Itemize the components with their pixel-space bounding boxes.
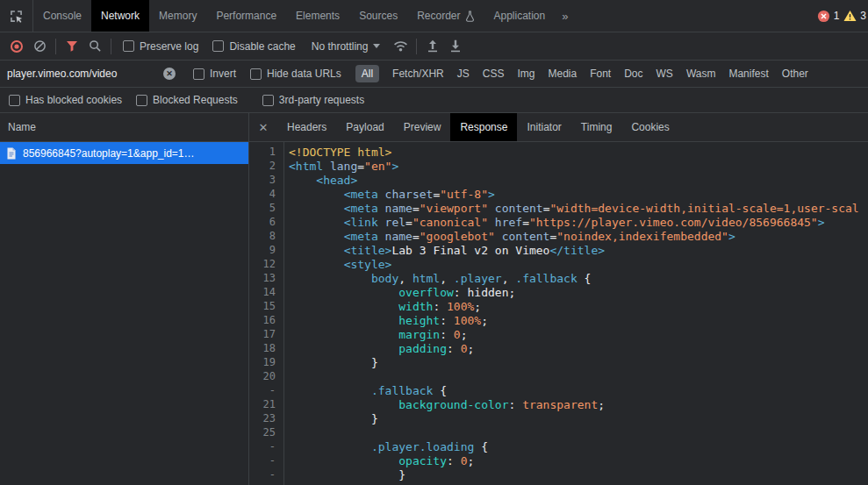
error-icon xyxy=(817,10,830,23)
error-badge[interactable]: 1 xyxy=(817,10,840,23)
network-main-area: Name 856966845?autoplay=1&app_id=1… ✕ He… xyxy=(0,113,868,485)
line-number: 15 xyxy=(249,300,283,314)
detail-tab-cookies[interactable]: Cookies xyxy=(621,113,678,141)
toolbar-divider xyxy=(416,39,417,54)
error-count: 1 xyxy=(834,10,840,22)
panel-tab-sources[interactable]: Sources xyxy=(349,0,407,32)
panel-tab-performance[interactable]: Performance xyxy=(206,0,286,32)
line-number: 21 xyxy=(249,398,283,412)
panel-tab-more[interactable]: » xyxy=(555,0,576,32)
panel-tab-label: Application xyxy=(494,10,546,22)
panel-tab-memory[interactable]: Memory xyxy=(149,0,206,32)
panel-tab-console[interactable]: Console xyxy=(33,0,91,32)
download-icon xyxy=(449,39,462,53)
line-number: - xyxy=(249,440,283,454)
detail-tab-timing[interactable]: Timing xyxy=(571,113,622,141)
line-number: 19 xyxy=(249,356,283,370)
filter-chip-js[interactable]: JS xyxy=(457,68,470,80)
filter-chip-css[interactable]: CSS xyxy=(483,68,505,80)
code-line: margin: 0; xyxy=(289,328,868,342)
detail-tab-payload[interactable]: Payload xyxy=(336,113,393,141)
filter-chip-media[interactable]: Media xyxy=(548,68,577,80)
line-number: 16 xyxy=(249,314,283,328)
export-har-button[interactable] xyxy=(444,35,467,58)
panel-tab-bar: ConsoleNetworkMemoryPerformanceElementsS… xyxy=(33,0,576,32)
line-number: 13 xyxy=(249,272,283,286)
record-network-log-button[interactable] xyxy=(5,35,28,58)
detail-tab-initiator[interactable]: Initiator xyxy=(517,113,570,141)
network-conditions-icon xyxy=(393,40,408,52)
panel-tab-network[interactable]: Network xyxy=(91,0,149,32)
checkbox-icon xyxy=(136,95,147,106)
warning-icon xyxy=(843,10,857,22)
panel-tab-elements[interactable]: Elements xyxy=(286,0,349,32)
filter-chip-manifest[interactable]: Manifest xyxy=(728,68,768,80)
has-blocked-cookies-checkbox[interactable]: Has blocked cookies xyxy=(9,94,122,106)
panel-tab-application[interactable]: Application xyxy=(484,0,556,32)
line-number: 20 xyxy=(249,370,283,384)
filter-input[interactable] xyxy=(7,68,163,80)
clear-network-log-button[interactable] xyxy=(28,35,51,58)
console-message-badges: 1 3 xyxy=(817,0,868,32)
line-number: 2 xyxy=(249,160,283,174)
checkbox-icon xyxy=(212,40,224,52)
code-line: <meta charset="utf-8"> xyxy=(289,188,868,202)
detail-tab-response[interactable]: Response xyxy=(450,113,517,141)
inspect-element-button[interactable] xyxy=(0,0,33,32)
toolbar-divider xyxy=(55,39,56,54)
throttling-value: No throttling xyxy=(312,40,369,53)
code-line: <style> xyxy=(289,258,868,272)
panel-tab-recorder[interactable]: Recorder xyxy=(407,0,484,32)
filter-chip-img[interactable]: Img xyxy=(517,68,534,80)
line-number: - xyxy=(249,468,283,482)
close-icon: ✕ xyxy=(166,68,173,80)
preserve-log-checkbox[interactable]: Preserve log xyxy=(123,40,198,53)
filter-chip-all[interactable]: All xyxy=(355,65,379,82)
throttling-dropdown[interactable]: No throttling xyxy=(312,40,381,53)
filter-chip-font[interactable]: Font xyxy=(590,68,611,80)
network-options-bar: Has blocked cookies Blocked Requests 3rd… xyxy=(0,88,868,113)
panel-tab-label: » xyxy=(562,10,569,23)
code-line: } xyxy=(289,356,868,370)
detail-tab-preview[interactable]: Preview xyxy=(394,113,451,141)
filter-chip-other[interactable]: Other xyxy=(782,68,808,80)
warning-badge[interactable]: 3 xyxy=(843,10,866,22)
hide-data-urls-checkbox[interactable]: Hide data URLs xyxy=(250,68,341,80)
filter-chip-doc[interactable]: Doc xyxy=(624,68,642,80)
detail-tabs: HeadersPayloadPreviewResponseInitiatorTi… xyxy=(277,113,679,141)
filter-chip-wasm[interactable]: Wasm xyxy=(686,68,716,80)
main-toolbar: ConsoleNetworkMemoryPerformanceElementsS… xyxy=(0,0,868,32)
document-icon xyxy=(6,147,17,160)
invert-checkbox[interactable]: Invert xyxy=(193,68,236,80)
third-party-requests-checkbox[interactable]: 3rd-party requests xyxy=(262,94,364,106)
filter-toggle-button[interactable] xyxy=(61,35,83,58)
line-number: 25 xyxy=(249,426,283,440)
detail-tab-bar: ✕ HeadersPayloadPreviewResponseInitiator… xyxy=(249,113,868,142)
caret-down-icon xyxy=(373,44,380,48)
search-button[interactable] xyxy=(83,35,106,58)
disable-cache-checkbox[interactable]: Disable cache xyxy=(212,40,295,53)
request-row[interactable]: 856966845?autoplay=1&app_id=1… xyxy=(0,142,248,164)
line-number: - xyxy=(249,384,283,398)
code-line: width: 100%; xyxy=(289,300,868,314)
line-number: 8 xyxy=(249,230,283,244)
filter-chip-ws[interactable]: WS xyxy=(656,68,673,80)
close-detail-button[interactable]: ✕ xyxy=(249,113,277,141)
import-har-button[interactable] xyxy=(421,35,444,58)
network-conditions-button[interactable] xyxy=(389,35,412,58)
request-detail-panel: ✕ HeadersPayloadPreviewResponseInitiator… xyxy=(249,113,868,485)
response-code-viewer[interactable]: 12345689121314151617181920-212325--- <!D… xyxy=(249,142,868,485)
checkbox-label: Has blocked cookies xyxy=(25,94,122,106)
line-number: - xyxy=(249,454,283,468)
code-line: } xyxy=(289,412,868,426)
blocked-requests-checkbox[interactable]: Blocked Requests xyxy=(136,94,238,106)
request-rows: 856966845?autoplay=1&app_id=1… xyxy=(0,142,248,485)
detail-tab-headers[interactable]: Headers xyxy=(277,113,336,141)
clear-filter-button[interactable]: ✕ xyxy=(163,68,176,80)
inspect-icon xyxy=(9,9,24,24)
name-column-header[interactable]: Name xyxy=(0,113,248,142)
line-number: 9 xyxy=(249,244,283,258)
panel-tab-label: Memory xyxy=(159,10,197,22)
line-number: 5 xyxy=(249,202,283,216)
filter-chip-fetch-xhr[interactable]: Fetch/XHR xyxy=(392,68,444,80)
